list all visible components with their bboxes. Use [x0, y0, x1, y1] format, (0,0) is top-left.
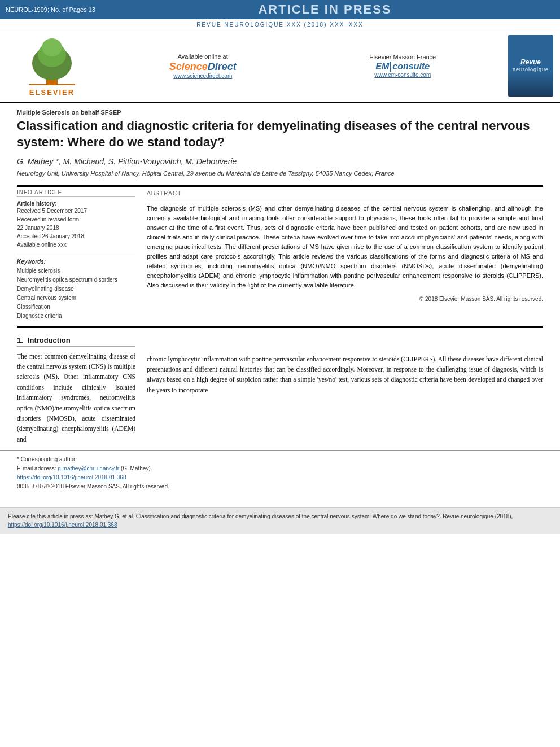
section-1-heading: 1. Introduction [17, 336, 135, 347]
section-divider-thick [17, 185, 543, 187]
page: NEUROL-1909; No. of Pages 13 ARTICLE IN … [0, 0, 560, 747]
keywords-label: Keywords: [17, 259, 135, 265]
neurologique-label: neurologique [513, 67, 549, 73]
sciencedirect-portal: Available online at ScienceDirect www.sc… [169, 53, 237, 79]
article-affiliation: Neurology Unit, University Hospital of N… [17, 169, 543, 178]
sciencedirect-logo: ScienceDirect [169, 61, 237, 73]
abstract-column: ABSTRACT The diagnosis of multiple scler… [147, 189, 543, 321]
elsevier-tree-icon [12, 35, 91, 86]
portal-links: Available online at ScienceDirect www.sc… [103, 35, 502, 97]
emconsulte-url[interactable]: www.em-consulte.com [374, 72, 431, 78]
abstract-text: The diagnosis of multiple sclerosis (MS)… [147, 204, 543, 290]
section-number: 1. [17, 336, 23, 344]
body-section-1: 1. Introduction The most common demyelin… [0, 336, 560, 445]
body-right: chronic lymphocytic inflammation with po… [147, 336, 543, 445]
doi-link[interactable]: https://doi.org/10.1016/j.neurol.2018.01… [17, 474, 126, 480]
info-abstract-section: INFO ARTICLE Article history: Received 5… [17, 189, 543, 321]
abstract-copyright: © 2018 Elsevier Masson SAS. All rights r… [147, 295, 543, 303]
info-article-heading: INFO ARTICLE [17, 189, 135, 197]
section-title: Introduction [28, 336, 71, 344]
article-in-press-label: ARTICLE IN PRESS [95, 2, 554, 17]
keyword-5: Classification [17, 303, 135, 312]
article-authors: G. Mathey *, M. Michaud, S. Pittion-Vouy… [17, 157, 543, 166]
article-id: NEUROL-1909; No. of Pages 13 [6, 6, 95, 13]
doi-line: https://doi.org/10.1016/j.neurol.2018.01… [17, 473, 543, 482]
keyword-1: Multiple sclerosis [17, 267, 135, 276]
abstract-heading: ABSTRACT [147, 189, 543, 199]
elsevier-logo-block: ELSEVIER [7, 35, 97, 97]
copyright-line: 0035-3787/© 2018 Elsevier Masson SAS. Al… [17, 482, 543, 491]
email-suffix: (G. Mathey). [121, 465, 152, 471]
body-left: 1. Introduction The most common demyelin… [17, 336, 135, 445]
header-section: ELSEVIER Available online at ScienceDire… [0, 29, 560, 103]
article-group: Multiple Sclerosis on behalf SFSEP [17, 109, 543, 116]
revue-label: Revue [513, 58, 549, 67]
corresponding-author-note: * Corresponding author. [17, 455, 543, 464]
keyword-6: Diagnostic criteria [17, 312, 135, 321]
revue-neurologique-logo: Revue neurologique [513, 58, 549, 73]
subtitle-bar: REVUE NEUROLOGIQUE XXX (2018) XXX–XXX [0, 19, 560, 29]
emconsulte-logo: EMconsulte [375, 62, 430, 72]
footnote-area: * Corresponding author. E-mail address: … [0, 450, 560, 496]
info-article-column: INFO ARTICLE Article history: Received 5… [17, 189, 135, 321]
email-line: E-mail address: g.mathey@chru-nancy.fr (… [17, 464, 543, 473]
svg-point-3 [42, 38, 62, 56]
email-label: E-mail address: [17, 465, 56, 471]
citation-text: Please cite this article in press as: Ma… [8, 513, 513, 519]
citation-doi-link[interactable]: https://doi.org/10.1016/j.neurol.2018.01… [8, 522, 117, 528]
email-link[interactable]: g.mathey@chru-nancy.fr [58, 465, 119, 471]
received-revised-label: Received in revised form [17, 215, 135, 224]
article-history-label: Article history: [17, 200, 135, 207]
keywords-section: Keywords: Multiple sclerosis Neuromyelit… [17, 255, 135, 321]
elsevier-masson-label: Elsevier Masson France [369, 54, 436, 60]
received-date-1: Received 5 December 2017 [17, 207, 135, 215]
top-bar: NEUROL-1909; No. of Pages 13 ARTICLE IN … [0, 0, 560, 19]
body-section-divider [17, 326, 543, 328]
revue-logo-block: Revue neurologique [508, 35, 553, 97]
keyword-4: Central nervous system [17, 294, 135, 303]
emconsulte-portal: Elsevier Masson France EMconsulte www.em… [369, 54, 436, 78]
article-title: Classification and diagnostic criteria f… [17, 118, 543, 150]
elsevier-wordmark: ELSEVIER [29, 88, 75, 97]
available-online: Available online xxx [17, 241, 135, 249]
available-online-label: Available online at [178, 53, 228, 60]
section-1-left-text: The most common demyelinating disease of… [17, 351, 135, 445]
corresponding-label: * Corresponding author. [17, 456, 77, 462]
authors-text: G. Mathey *, M. Michaud, S. Pittion-Vouy… [17, 157, 237, 166]
article-content: Multiple Sclerosis on behalf SFSEP Class… [0, 103, 560, 336]
received-revised-date: 22 January 2018 [17, 224, 135, 232]
keyword-3: Demyelinating disease [17, 285, 135, 294]
journal-subtitle: REVUE NEUROLOGIQUE XXX (2018) XXX–XXX [196, 21, 364, 28]
section-1-right-text: chronic lymphocytic inflammation with po… [147, 354, 543, 396]
sciencedirect-url[interactable]: www.sciencedirect.com [173, 73, 232, 79]
keyword-2: Neuromyelitis optica spectrum disorders [17, 276, 135, 285]
accepted-date: Accepted 26 January 2018 [17, 232, 135, 241]
citation-bar: Please cite this article in press as: Ma… [0, 507, 560, 534]
